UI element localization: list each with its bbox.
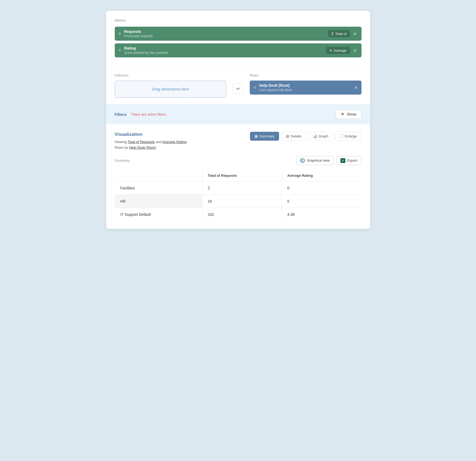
metric-row-right-requests: Σ Total of ✕	[328, 30, 358, 37]
columns-drag-zone[interactable]: Drag dimensions here	[115, 81, 227, 98]
rows-label: Rows	[250, 73, 362, 77]
export-label: Export	[347, 158, 357, 162]
columns-label: Columns	[115, 73, 227, 77]
metric-subtitle-rating: Score entered by the customer	[124, 51, 168, 55]
filters-left: Filters There are active filters.	[115, 112, 167, 117]
badge-label-requests: Total of	[335, 32, 347, 36]
row-item-info: Help Desk (Root) Last request help desk	[259, 83, 292, 92]
metrics-section: Metrics ≡ Requests Processed requests Σ …	[106, 11, 370, 67]
table-cell-avg-rating: 5	[282, 195, 361, 208]
table-header-row: Total of Requests Average Rating	[115, 169, 361, 181]
and-text: and	[156, 140, 162, 144]
table-row: HR 16 5	[115, 195, 361, 208]
tab-graph[interactable]: 📊 Graph	[308, 132, 333, 141]
summary-actions: Graphical view X Export	[296, 156, 362, 165]
tab-summary-label: Summary	[259, 134, 275, 138]
show-filters-button[interactable]: 👁 Show	[336, 110, 361, 119]
metric-badge-rating[interactable]: π Average	[326, 47, 350, 54]
summary-bar: Summary Graphical view X Export	[115, 156, 362, 165]
metrics-title: Metrics	[115, 18, 362, 22]
row-item-title: Help Desk (Root)	[259, 83, 292, 88]
metric-info-requests: Requests Processed requests	[124, 29, 153, 38]
tab-details[interactable]: ▤ Details	[281, 132, 306, 141]
export-icon: X	[341, 158, 345, 163]
table-header-avg-rating: Average Rating	[282, 169, 361, 181]
pi-icon: π	[329, 48, 332, 53]
filters-label: Filters	[115, 112, 127, 117]
table-header-total-requests: Total of Requests	[202, 169, 282, 181]
row-item-left: ≡ Help Desk (Root) Last request help des…	[253, 83, 292, 92]
total-requests-link[interactable]: Total of Requests	[128, 140, 155, 144]
metric-subtitle-requests: Processed requests	[124, 34, 153, 38]
graphical-view-button[interactable]: Graphical view	[296, 156, 334, 165]
rows-by-text: Rows by	[115, 145, 128, 150]
dimensions-section: Columns Drag dimensions here ⇌ Rows ≡ He…	[106, 67, 370, 104]
show-button-label: Show	[347, 112, 356, 116]
rows-group: Rows ≡ Help Desk (Root) Last request hel…	[250, 73, 362, 98]
table-row: IT Support Default 242 4.48	[115, 208, 361, 221]
tab-enlarge-icon: ⛶	[340, 134, 343, 138]
viz-subtitle: Viewing Total of Requests and Average Ra…	[115, 139, 187, 151]
graphical-view-label: Graphical view	[307, 158, 330, 162]
sigma-icon: Σ	[331, 32, 334, 36]
filters-section: Filters There are active filters. 👁 Show	[106, 104, 370, 124]
viz-header-left: Visualization Viewing Total of Requests …	[115, 132, 187, 151]
table-cell-total-requests: 242	[202, 208, 282, 221]
drag-icon-requests[interactable]: ≡	[119, 31, 121, 36]
tab-summary-icon: ▦	[255, 134, 258, 138]
table-cell-label: HR	[115, 195, 202, 208]
drag-placeholder: Drag dimensions here	[152, 87, 189, 91]
viewing-text: Viewing	[115, 140, 127, 144]
metric-badge-requests[interactable]: Σ Total of	[328, 30, 350, 37]
metric-row-left-requests: ≡ Requests Processed requests	[119, 29, 153, 38]
tab-details-icon: ▤	[286, 134, 289, 138]
tab-enlarge-label: Enlarge	[345, 134, 357, 138]
row-item-helpdesk: ≡ Help Desk (Root) Last request help des…	[250, 81, 362, 95]
metric-row-left-rating: ≡ Rating Score entered by the customer	[119, 46, 168, 55]
close-metric-requests[interactable]: ✕	[352, 31, 358, 37]
metric-row-requests: ≡ Requests Processed requests Σ Total of…	[115, 27, 362, 41]
tab-summary[interactable]: ▦ Summary	[250, 132, 279, 141]
columns-group: Columns Drag dimensions here	[115, 73, 227, 98]
table-header-empty	[115, 169, 202, 181]
summary-label: Summary	[115, 158, 130, 162]
summary-table: Total of Requests Average Rating Facilit…	[115, 169, 362, 221]
tab-graph-icon: 📊	[313, 134, 317, 138]
row-item-subtitle: Last request help desk	[259, 88, 292, 92]
close-metric-rating[interactable]: ✕	[352, 47, 358, 54]
close-row-item[interactable]: ✕	[354, 85, 358, 90]
table-cell-total-requests: 2	[202, 181, 282, 195]
viz-title: Visualization	[115, 132, 187, 137]
filters-active-message: There are active filters.	[131, 112, 167, 116]
metric-row-rating: ≡ Rating Score entered by the customer π…	[115, 43, 362, 57]
swap-icon: ⇌	[236, 86, 240, 91]
swap-button[interactable]: ⇌	[233, 84, 243, 93]
drag-icon-row[interactable]: ≡	[253, 85, 256, 90]
table-cell-total-requests: 16	[202, 195, 282, 208]
metric-info-rating: Rating Score entered by the customer	[124, 46, 168, 55]
help-desk-link[interactable]: Help Desk (Root)	[129, 145, 156, 150]
drag-icon-rating[interactable]: ≡	[119, 48, 121, 53]
export-button[interactable]: X Export	[336, 156, 362, 165]
tab-details-label: Details	[291, 134, 301, 138]
main-card: Metrics ≡ Requests Processed requests Σ …	[106, 11, 370, 229]
table-row: Facilities 2 0	[115, 181, 361, 195]
tab-graph-label: Graph	[319, 134, 328, 138]
avg-rating-link[interactable]: Average Rating	[162, 140, 186, 144]
viz-header: Visualization Viewing Total of Requests …	[115, 132, 362, 151]
table-cell-avg-rating: 0	[282, 181, 361, 195]
tab-enlarge[interactable]: ⛶ Enlarge	[335, 132, 362, 141]
metric-title-rating: Rating	[124, 46, 168, 50]
table-cell-label: IT Support Default	[115, 208, 202, 221]
visualization-section: Visualization Viewing Total of Requests …	[106, 124, 370, 229]
viz-tabs: ▦ Summary ▤ Details 📊 Graph ⛶ Enlarge	[250, 132, 361, 141]
eye-icon: 👁	[341, 112, 345, 116]
graphical-view-icon	[300, 158, 305, 163]
metric-row-right-rating: π Average ✕	[326, 47, 358, 54]
table-cell-avg-rating: 4.48	[282, 208, 361, 221]
table-cell-label: Facilities	[115, 181, 202, 195]
metric-title-requests: Requests	[124, 29, 153, 34]
badge-label-rating: Average	[333, 48, 346, 53]
